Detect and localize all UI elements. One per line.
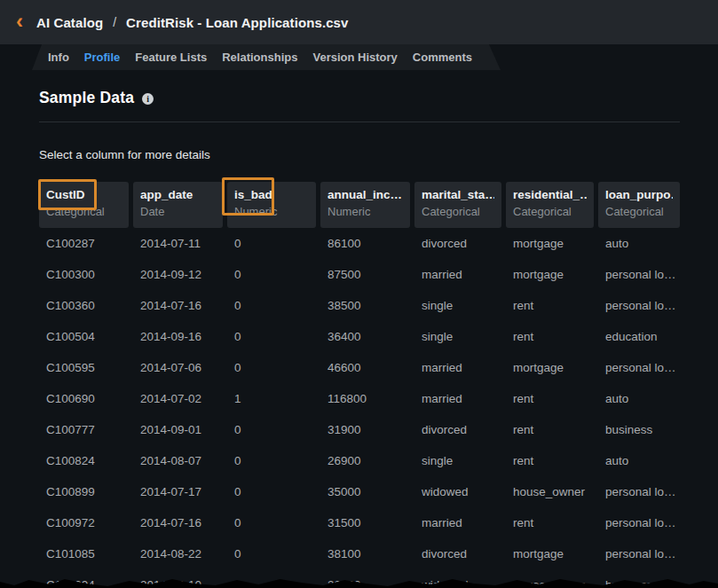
column-header-custid[interactable]: CustID Categorical (39, 182, 129, 228)
cell-custid: C100824 (39, 454, 133, 467)
cell-is-bad: 0 (227, 485, 320, 498)
column-type: Numeric (234, 205, 309, 218)
table-row: C101085 2014-08-22 0 38100 divorced mort… (39, 538, 684, 569)
column-type: Categorical (422, 205, 494, 218)
column-name: marital_sta… (422, 188, 494, 201)
column-type: Categorical (513, 205, 587, 218)
table-row: C100360 2014-07-16 0 38500 single rent p… (39, 290, 684, 321)
cell-loan-purpose: personal lo… (598, 299, 684, 312)
cell-app-date: 2014-07-16 (133, 299, 227, 312)
cell-is-bad: 0 (227, 268, 320, 281)
column-name: residential_… (513, 188, 587, 201)
table-row: C100972 2014-07-16 0 31500 married rent … (39, 507, 684, 538)
column-type: Date (140, 205, 216, 218)
cell-custid: C100899 (39, 485, 133, 498)
cell-marital-status: married (414, 392, 506, 405)
cell-residential: house_owner (506, 485, 598, 498)
column-header-marital-status[interactable]: marital_sta… Categorical (414, 182, 501, 228)
section-divider (39, 122, 680, 122)
cell-loan-purpose: education (598, 330, 684, 343)
cell-residential: rent (506, 516, 598, 529)
cell-app-date: 2014-08-07 (133, 454, 227, 467)
cell-annual-inc: 35000 (320, 485, 414, 498)
cell-custid: C100360 (39, 299, 133, 312)
tab-profile[interactable]: Profile (84, 51, 120, 64)
cell-residential: mortgage (506, 268, 598, 281)
column-name: CustID (46, 188, 122, 201)
cell-loan-purpose: personal lo… (598, 361, 684, 374)
cell-loan-purpose: business (598, 423, 684, 436)
column-name: annual_inc… (327, 188, 403, 201)
table-header-row: CustID Categorical app_date Date is_bad … (39, 182, 684, 228)
table-row: C100899 2014-07-17 0 35000 widowed house… (39, 476, 684, 507)
tab-version-history[interactable]: Version History (312, 51, 397, 64)
breadcrumb: AI Catalog / CreditRisk - Loan Applicati… (36, 15, 348, 30)
cell-custid: C100300 (39, 268, 133, 281)
tab-relationships[interactable]: Relationships (222, 51, 297, 64)
column-select-hint: Select a column for more details (39, 148, 210, 161)
cell-loan-purpose: personal lo… (598, 516, 684, 529)
breadcrumb-current-file: CreditRisk - Loan Applications.csv (126, 15, 348, 30)
table-row: C100824 2014-08-07 0 26900 single rent a… (39, 445, 684, 476)
column-type: Numeric (327, 205, 403, 218)
cell-is-bad: 0 (227, 237, 320, 250)
table-row: C100777 2014-09-01 0 31900 divorced rent… (39, 414, 684, 445)
cell-residential: mortgage (506, 547, 598, 561)
cell-annual-inc: 38500 (320, 299, 414, 312)
cell-residential: rent (506, 299, 598, 312)
cell-is-bad: 0 (227, 516, 320, 529)
cell-loan-purpose: personal lo… (598, 547, 684, 561)
cell-app-date: 2014-09-01 (133, 423, 227, 436)
back-button[interactable]: ‹ (10, 9, 29, 35)
cell-annual-inc: 31900 (320, 423, 414, 436)
column-header-annual-inc[interactable]: annual_inc… Numeric (320, 182, 410, 228)
cell-is-bad: 0 (227, 547, 320, 561)
back-chevron-icon: ‹ (16, 11, 23, 32)
breadcrumb-ai-catalog[interactable]: AI Catalog (36, 15, 103, 30)
table-row: C100300 2014-09-12 0 87500 married mortg… (39, 259, 684, 290)
cell-custid: C100595 (39, 361, 133, 374)
tab-comments[interactable]: Comments (413, 51, 472, 64)
cell-loan-purpose: personal lo… (598, 268, 684, 281)
column-type: Categorical (46, 205, 122, 218)
tab-feature-lists[interactable]: Feature Lists (135, 51, 207, 64)
cell-marital-status: single (414, 299, 506, 312)
cell-annual-inc: 26900 (320, 454, 414, 467)
column-type: Categorical (605, 205, 673, 218)
cell-loan-purpose: auto (598, 237, 684, 250)
column-header-is-bad[interactable]: is_bad Numeric (227, 182, 316, 228)
cell-is-bad: 1 (227, 392, 320, 405)
table-row: C100504 2014-09-16 0 36400 single rent e… (39, 321, 684, 352)
cell-marital-status: married (414, 516, 506, 529)
tab-bar: Info Profile Feature Lists Relationships… (32, 44, 501, 70)
cell-annual-inc: 46600 (320, 361, 414, 374)
column-header-app-date[interactable]: app_date Date (133, 182, 223, 228)
column-header-loan-purpose[interactable]: loan_purpo… Categorical (598, 182, 680, 228)
ai-catalog-page: ‹ AI Catalog / CreditRisk - Loan Applica… (0, 0, 718, 588)
cell-is-bad: 0 (227, 299, 320, 312)
cell-app-date: 2014-07-11 (133, 237, 227, 250)
cell-marital-status: married (414, 268, 506, 281)
cell-annual-inc: 38100 (320, 547, 414, 561)
cell-custid: C100504 (39, 330, 133, 343)
cell-loan-purpose: personal lo… (598, 485, 684, 498)
info-icon[interactable]: i (142, 93, 154, 105)
sample-data-table: CustID Categorical app_date Date is_bad … (39, 182, 684, 588)
cell-custid: C101085 (39, 547, 133, 561)
cell-is-bad: 0 (227, 454, 320, 467)
tab-info[interactable]: Info (48, 51, 69, 64)
cell-is-bad: 0 (227, 330, 320, 343)
column-name: loan_purpo… (605, 188, 673, 201)
cell-annual-inc: 116800 (320, 392, 414, 405)
cell-annual-inc: 86100 (320, 237, 414, 250)
column-header-residential[interactable]: residential_… Categorical (506, 182, 594, 228)
cell-marital-status: divorced (414, 237, 506, 250)
cell-app-date: 2014-07-02 (133, 392, 227, 405)
cell-app-date: 2014-07-06 (133, 361, 227, 374)
cell-is-bad: 0 (227, 361, 320, 374)
cell-residential: rent (506, 392, 598, 405)
cell-app-date: 2014-09-16 (133, 330, 227, 343)
cell-marital-status: single (414, 454, 506, 467)
cell-app-date: 2014-09-12 (133, 268, 227, 281)
cell-custid: C100972 (39, 516, 133, 529)
